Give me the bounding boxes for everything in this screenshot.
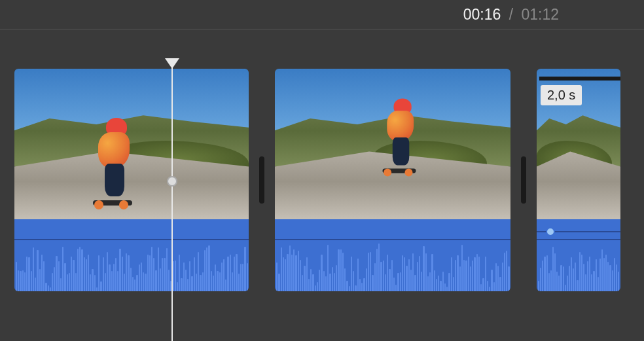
video-clip[interactable] bbox=[14, 69, 249, 291]
transition-handle[interactable] bbox=[249, 105, 275, 255]
time-display: 00:16 / 01:12 bbox=[463, 6, 559, 24]
total-time: 01:12 bbox=[521, 6, 559, 23]
timeline[interactable]: 2,0 s bbox=[0, 29, 644, 341]
clip-thumbnail bbox=[14, 69, 249, 219]
speed-indicator[interactable] bbox=[539, 77, 620, 81]
keyframe-handle[interactable] bbox=[546, 227, 555, 236]
clip-audio-track[interactable] bbox=[275, 219, 510, 291]
waveform bbox=[537, 242, 620, 291]
playhead[interactable] bbox=[171, 63, 173, 341]
transition-handle[interactable] bbox=[510, 105, 537, 255]
waveform bbox=[275, 242, 510, 291]
header-bar: 00:16 / 01:12 bbox=[0, 0, 644, 29]
clip-thumbnail bbox=[275, 69, 510, 219]
time-separator: / bbox=[509, 6, 513, 23]
edge-handle-icon bbox=[521, 156, 526, 204]
current-time: 00:16 bbox=[463, 6, 501, 23]
keyframe-line[interactable] bbox=[537, 231, 620, 232]
playhead-marker-icon bbox=[165, 58, 179, 69]
waveform bbox=[14, 242, 249, 291]
playhead-handle[interactable] bbox=[167, 176, 177, 187]
video-clip[interactable] bbox=[275, 69, 510, 291]
duration-badge[interactable]: 2,0 s bbox=[541, 85, 582, 105]
clips-row: 2,0 s bbox=[0, 69, 644, 291]
video-clip[interactable]: 2,0 s bbox=[537, 69, 620, 291]
clip-audio-track[interactable] bbox=[14, 219, 249, 291]
edge-handle-icon bbox=[259, 156, 264, 204]
